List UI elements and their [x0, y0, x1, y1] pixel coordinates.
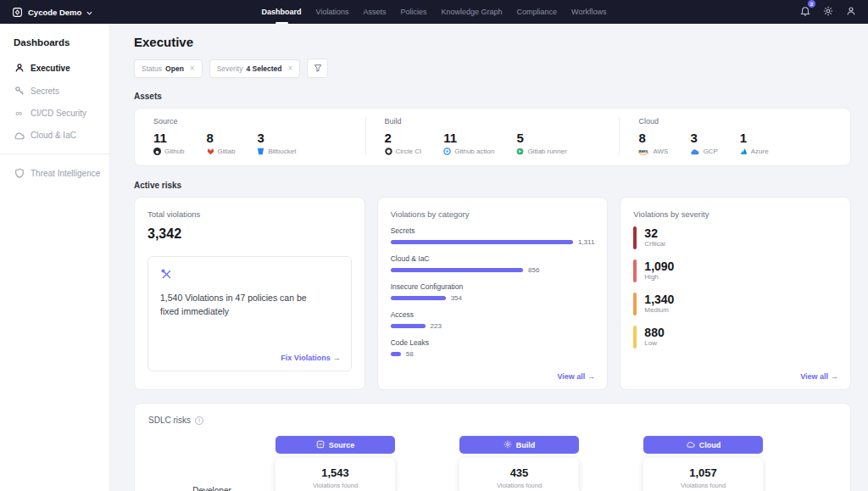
asset-group-build: Build 2 Circle CI 11 Github action 5 Git…: [385, 117, 601, 155]
severity-row-critical[interactable]: 32Critical: [633, 226, 837, 249]
asset-stat-aws[interactable]: 8 awsAWS: [638, 131, 668, 155]
severity-value: 880: [644, 326, 664, 339]
asset-label: Circle CI: [396, 148, 422, 155]
asset-stat-circleci[interactable]: 2 Circle CI: [385, 131, 422, 155]
profile-button[interactable]: [846, 4, 856, 20]
fix-message: 1,540 Violations in 47 policies can be f…: [160, 291, 311, 319]
sdlc-row-label-developer: Developer: [192, 486, 231, 491]
sidebar-item-cloud-iac[interactable]: Cloud & IaC: [14, 131, 109, 140]
filter-name: Status: [142, 64, 162, 73]
violations-by-category-card: Violations by category Secrets 1,311 Clo…: [377, 197, 609, 390]
filter-bar: Status Open × Severity 4 Selected ×: [134, 59, 851, 78]
sdlc-cloud-stat-card[interactable]: 1,057 Violations found: [643, 458, 763, 491]
nav-item-policies[interactable]: Policies: [400, 0, 426, 24]
nav-item-compliance[interactable]: Compliance: [517, 0, 558, 24]
fix-violations-link[interactable]: Fix Violations→: [281, 354, 340, 362]
asset-count: 11: [443, 131, 494, 145]
filter-chip-severity[interactable]: Severity 4 Selected ×: [209, 59, 301, 78]
sdlc-build-stat-card[interactable]: 435 Violations found: [459, 458, 579, 491]
severity-color-bar: [633, 259, 637, 282]
filter-button[interactable]: [307, 59, 328, 78]
page-title: Executive: [134, 35, 851, 49]
severity-color-bar: [633, 226, 637, 249]
category-bar[interactable]: [391, 324, 426, 328]
close-icon[interactable]: ×: [190, 64, 195, 73]
sidebar-item-cicd-security[interactable]: ∞ CI/CD Security: [14, 109, 109, 118]
sidebar-item-label: Secrets: [31, 86, 59, 96]
main-content: Executive Status Open × Severity 4 Selec…: [110, 24, 868, 491]
severity-row-low[interactable]: 880Low: [633, 326, 837, 349]
asset-count: 8: [207, 131, 236, 145]
sidebar-item-threat-intelligence[interactable]: Threat Intelligence: [14, 168, 109, 178]
sidebar-title: Dashboards: [14, 37, 109, 47]
asset-stat-azure[interactable]: 1 Azure: [740, 131, 769, 155]
assets-card: Source 11 Github 8 Gitlab 3 Bitbucket: [134, 108, 851, 166]
view-all-categories-link[interactable]: View all→: [557, 372, 595, 381]
notification-badge: 2: [808, 0, 815, 8]
severity-row-high[interactable]: 1,090High: [633, 259, 837, 282]
asset-stat-gitlab[interactable]: 8 Gitlab: [207, 131, 236, 155]
workspace-switcher[interactable]: Cycode Demo: [12, 7, 92, 18]
category-bar[interactable]: [391, 268, 523, 272]
category-row-access: Access 223: [391, 310, 595, 330]
settings-button[interactable]: [823, 4, 833, 20]
nav-item-knowledge-graph[interactable]: Knowledge Graph: [441, 0, 502, 24]
asset-stat-gitlab-runner[interactable]: 5 Gitlab runner: [516, 131, 566, 155]
infinity-icon: ∞: [14, 109, 25, 118]
topnav-actions: 2: [800, 4, 856, 20]
sdlc-build-button[interactable]: Build: [459, 436, 579, 454]
nav-item-assets[interactable]: Assets: [363, 0, 386, 24]
asset-stat-github-action[interactable]: 11 Github action: [443, 131, 494, 155]
view-all-severities-link[interactable]: View all→: [800, 372, 838, 381]
asset-label: Gitlab runner: [527, 148, 566, 155]
nav-item-workflows[interactable]: Workflows: [571, 0, 606, 24]
card-title: Violations by category: [391, 209, 595, 219]
severity-label: Low: [644, 339, 664, 347]
arrow-right-icon: →: [587, 372, 595, 381]
asset-count: 1: [740, 131, 769, 145]
asset-label: Github: [164, 148, 185, 155]
asset-stat-bitbucket[interactable]: 3 Bitbucket: [257, 131, 296, 155]
sidebar-item-label: Cloud & IaC: [31, 131, 76, 140]
asset-count: 11: [153, 131, 185, 145]
severity-label: Critical: [644, 240, 665, 248]
funnel-icon: [314, 62, 322, 75]
info-icon[interactable]: i: [195, 416, 203, 425]
aws-icon: aws: [638, 148, 649, 155]
filter-chip-status[interactable]: Status Open ×: [134, 59, 203, 78]
active-risks-section-label: Active risks: [134, 181, 851, 190]
nav-item-violations[interactable]: Violations: [316, 0, 349, 24]
asset-stat-github[interactable]: 11 Github: [153, 131, 185, 155]
category-label: Secrets: [391, 226, 595, 235]
notifications-button[interactable]: 2: [800, 4, 810, 20]
category-value: 856: [528, 266, 539, 274]
gitlab-runner-icon: [516, 148, 524, 155]
sdlc-column-source: Source 1,543 Violations found: [275, 436, 395, 491]
nav-item-dashboard[interactable]: Dashboard: [262, 0, 302, 24]
asset-stat-gcp[interactable]: 3 GCP: [690, 131, 717, 155]
category-bar[interactable]: [391, 296, 446, 300]
main-nav: Dashboard Violations Assets Policies Kno…: [262, 0, 607, 24]
sidebar-item-secrets[interactable]: Secrets: [14, 86, 109, 96]
category-label: Access: [391, 310, 595, 319]
asset-group-title: Source: [153, 117, 347, 126]
asset-label: Azure: [751, 148, 769, 155]
severity-row-medium[interactable]: 1,340Medium: [633, 293, 837, 315]
sidebar-item-executive[interactable]: Executive: [14, 63, 109, 73]
sdlc-cloud-button[interactable]: Cloud: [643, 436, 763, 454]
category-bar[interactable]: [391, 240, 573, 244]
asset-label: GCP: [703, 148, 717, 155]
divider: [365, 117, 366, 155]
arrow-right-icon: →: [831, 372, 838, 381]
sdlc-stat-subtext: Violations found: [275, 482, 395, 489]
asset-group-title: Build: [385, 117, 601, 126]
category-value: 223: [431, 322, 442, 330]
circleci-icon: [385, 148, 392, 155]
severity-value: 32: [644, 226, 665, 240]
sdlc-source-button[interactable]: Source: [275, 436, 395, 454]
sdlc-source-stat-card[interactable]: 1,543 Violations found: [275, 458, 395, 491]
sidebar: Dashboards Executive Secrets ∞ CI/CD Sec…: [0, 24, 110, 491]
category-bar[interactable]: [391, 352, 401, 356]
close-icon[interactable]: ×: [287, 64, 292, 73]
asset-group-source: Source 11 Github 8 Gitlab 3 Bitbucket: [153, 117, 347, 155]
